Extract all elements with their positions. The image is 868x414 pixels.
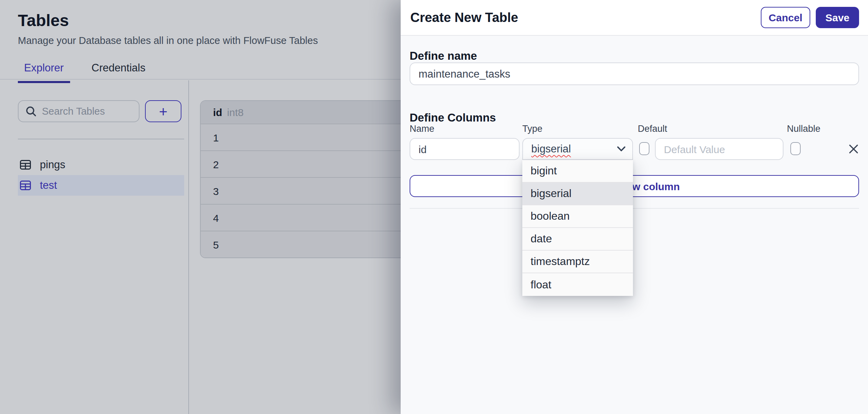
modal-backdrop[interactable] <box>0 0 401 414</box>
save-button[interactable]: Save <box>816 7 859 28</box>
column-nullable-label: Nullable <box>787 124 821 134</box>
add-new-column-button[interactable]: + Add new column <box>410 175 859 197</box>
chevron-down-icon <box>617 146 625 152</box>
panel-header: Create New Table Cancel Save <box>401 0 868 36</box>
panel-body: Define name Define Columns Name Type Def… <box>401 36 868 414</box>
remove-column-button[interactable] <box>847 143 860 155</box>
column-type-label: Type <box>522 124 543 134</box>
create-table-panel: Create New Table Cancel Save Define name… <box>401 0 868 414</box>
cancel-button[interactable]: Cancel <box>761 7 810 28</box>
section-divider <box>410 208 859 209</box>
type-option-timestamptz[interactable]: timestamptz <box>522 251 633 273</box>
type-dropdown-menu: bigint bigserial boolean date timestampt… <box>522 160 633 296</box>
type-option-bigint[interactable]: bigint <box>522 160 633 183</box>
nullable-checkbox[interactable] <box>790 142 801 155</box>
column-default-label: Default <box>638 124 667 134</box>
close-icon <box>849 144 858 154</box>
define-name-label: Define name <box>410 49 477 62</box>
default-checkbox[interactable] <box>639 142 649 155</box>
column-name-label: Name <box>410 124 434 134</box>
default-value-input[interactable] <box>655 138 783 160</box>
panel-title: Create New Table <box>410 10 761 25</box>
define-columns-label: Define Columns <box>410 111 496 124</box>
type-option-date[interactable]: date <box>522 228 633 251</box>
type-option-bigserial[interactable]: bigserial <box>522 183 633 205</box>
type-option-float[interactable]: float <box>522 273 633 296</box>
column-name-input[interactable] <box>410 138 520 160</box>
selected-type-value: bigserial <box>531 143 617 155</box>
column-type-select[interactable]: bigserial <box>522 138 633 160</box>
app: Tables Manage your Database tables all i… <box>0 0 868 414</box>
table-name-input[interactable] <box>410 62 859 85</box>
type-option-boolean[interactable]: boolean <box>522 205 633 228</box>
